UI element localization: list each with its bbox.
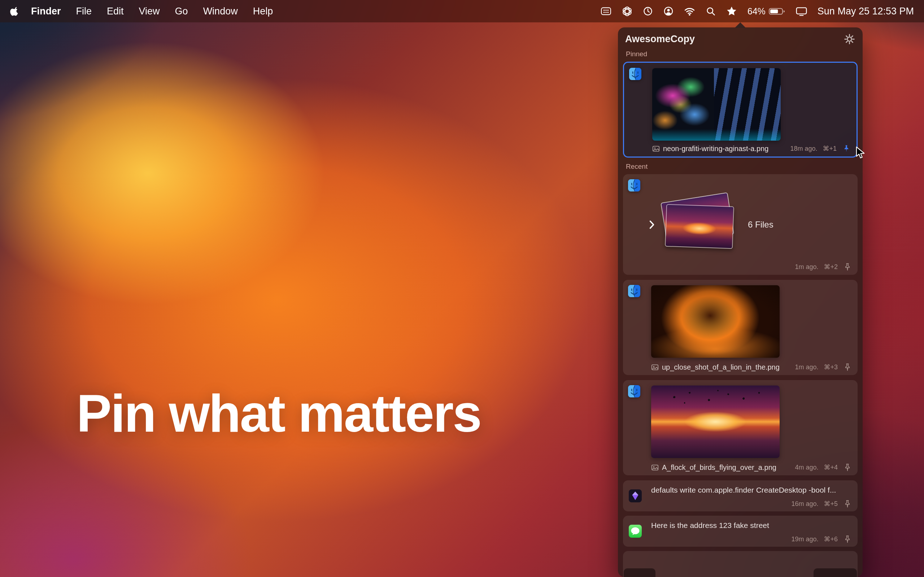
item-meta: 19m ago.⌘+6 [791,535,852,543]
panel-arrow [735,23,746,28]
expand-chevron-icon[interactable] [649,220,655,229]
battery-icon [769,7,785,16]
item-meta: 1m ago.⌘+2 [795,263,852,271]
pin-filled-icon[interactable] [842,144,851,153]
pinned-list: neon-grafiti-writing-aginast-a.png18m ag… [618,62,863,158]
timestamp: 1m ago. [795,364,818,371]
file-stack-row: 6 Files [623,174,858,275]
footer-pill-right [814,568,857,577]
clipboard-item[interactable]: Here is the address 123 fake street19m a… [623,516,858,547]
pin-outline-icon[interactable] [843,363,852,371]
menu-file[interactable]: File [76,6,92,17]
pinned-section-label: Pinned [626,50,855,58]
file-stack-thumbnails [661,197,738,252]
awesomecopy-star-icon[interactable] [726,6,737,16]
shortcut-hint: ⌘+2 [824,263,838,271]
clipboard-text: defaults write com.apple.finder CreateDe… [651,486,850,495]
menu-bar: Finder FileEditViewGoWindowHelp [0,0,924,23]
battery-percent-label: 64% [748,6,766,16]
recent-section-label: Recent [626,163,855,171]
panel-header: AwesomeCopy [618,27,863,49]
clipboard-item[interactable]: A_flock_of_birds_flying_over_a.png4m ago… [623,380,858,475]
shortcut-hint: ⌘+3 [824,363,838,371]
pin-outline-icon[interactable] [843,463,852,472]
menu-bar-items: FileEditViewGoWindowHelp [76,6,273,17]
recent-items-clock-icon[interactable] [643,6,653,16]
timestamp: 1m ago. [795,263,818,271]
image-file-icon [651,464,659,471]
wifi-icon[interactable] [684,6,695,17]
timestamp: 19m ago. [791,535,818,543]
item-meta: 16m ago.⌘+5 [791,500,852,508]
clipboard-thumbnail [651,385,780,458]
shortcut-hint: ⌘+1 [822,145,837,153]
menu-help[interactable]: Help [253,6,273,17]
clipboard-thumbnail [651,285,780,358]
filename: up_close_shot_of_a_lion_in_the.png [651,363,780,371]
item-meta-row: up_close_shot_of_a_lion_in_the.png1m ago… [630,363,852,371]
item-meta: 4m ago.⌘+4 [795,463,852,472]
finder-source-app-icon [628,179,640,192]
recent-list: 6 Files1m ago.⌘+2up_close_shot_of_a_lion… [618,174,863,547]
menu-go[interactable]: Go [175,6,188,17]
filename: A_flock_of_birds_flying_over_a.png [651,463,776,472]
panel-title: AwesomeCopy [625,34,695,45]
filename: neon-grafiti-writing-aginast-a.png [652,145,769,153]
shortcut-hint: ⌘+5 [824,500,838,508]
image-file-icon [652,145,660,153]
clipboard-text: Here is the address 123 fake street [651,521,850,530]
pin-outline-icon[interactable] [843,535,852,543]
mouse-cursor [855,146,866,161]
keyboard-switcher-icon[interactable] [601,6,611,16]
pin-outline-icon[interactable] [843,263,852,271]
image-file-icon [651,364,659,371]
timestamp: 16m ago. [791,500,818,508]
item-meta-row: 16m ago.⌘+5 [791,500,852,508]
settings-gear-icon[interactable] [843,33,855,45]
clipboard-item[interactable]: neon-grafiti-writing-aginast-a.png18m ag… [623,62,858,158]
finder-source-app-icon [628,285,640,297]
menu-window[interactable]: Window [203,6,238,17]
clipboard-item[interactable]: defaults write com.apple.finder CreateDe… [623,480,858,511]
item-meta-row: 1m ago.⌘+2 [630,263,852,271]
display-icon[interactable] [796,6,807,16]
shortcut-hint: ⌘+4 [824,463,838,471]
stack-count-label: 6 Files [748,220,774,230]
apple-menu-icon[interactable] [10,6,19,16]
item-meta-row: A_flock_of_birds_flying_over_a.png4m ago… [630,463,852,472]
search-icon[interactable] [706,6,716,16]
desktop: Pin what matters Finder FileEditViewGoWi… [0,0,924,577]
filename-text: A_flock_of_birds_flying_over_a.png [662,463,776,472]
item-meta: 1m ago.⌘+3 [795,363,852,371]
openai-icon[interactable] [622,6,632,16]
item-meta: 18m ago.⌘+1 [790,144,851,153]
awesomecopy-panel: AwesomeCopy Pinned neon-grafiti-writing-… [618,27,863,577]
stack-thumbnail-front [665,204,734,248]
menu-bar-clock[interactable]: Sun May 25 12:53 PM [817,6,914,17]
item-meta-row: neon-grafiti-writing-aginast-a.png18m ag… [631,144,851,153]
filename-text: up_close_shot_of_a_lion_in_the.png [662,363,780,371]
clipboard-item[interactable]: up_close_shot_of_a_lion_in_the.png1m ago… [623,280,858,375]
timestamp: 4m ago. [795,464,818,471]
app-icon-messages [629,525,642,538]
active-app-menu[interactable]: Finder [31,6,61,17]
filename-text: neon-grafiti-writing-aginast-a.png [663,145,769,153]
battery-status[interactable]: 64% [748,6,785,16]
timestamp: 18m ago. [790,145,817,153]
finder-source-app-icon [628,385,640,397]
menu-edit[interactable]: Edit [107,6,124,17]
desktop-headline: Pin what matters [76,384,481,444]
footer-pill-left [624,568,656,577]
user-account-icon[interactable] [663,6,674,16]
item-meta-row: 19m ago.⌘+6 [791,535,852,543]
finder-source-app-icon [629,68,641,80]
app-icon-terminal [629,489,642,502]
shortcut-hint: ⌘+6 [824,535,838,543]
clipboard-item[interactable]: 6 Files1m ago.⌘+2 [623,174,858,275]
clipboard-thumbnail [652,68,781,141]
pin-outline-icon[interactable] [843,500,852,508]
menu-view[interactable]: View [139,6,160,17]
